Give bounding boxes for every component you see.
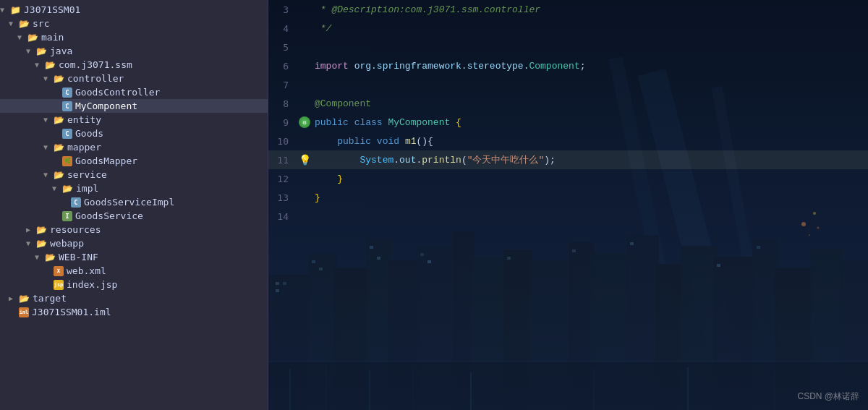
keyword-import: import: [315, 61, 349, 72]
sidebar-item-GoodsService[interactable]: IGoodsService: [0, 209, 268, 223]
code-lines-container: 3 * @Description:com.j3071.ssm.controlle…: [268, 0, 868, 410]
sidebar-item-root[interactable]: ▼ 📁J3071SSM01: [0, 3, 268, 17]
sidebar-item-src[interactable]: ▼ 📂src: [0, 17, 268, 30]
chevron-icon: ▼: [43, 116, 52, 124]
chevron-icon: ▼: [43, 74, 52, 82]
sidebar-item-resources[interactable]: ▶ 📂resources: [0, 223, 268, 236]
comment-text: * @Description:com.j3071.ssm.controller: [315, 4, 540, 15]
line-content: }: [312, 174, 343, 184]
string-literal: "今天中午吃什么": [467, 155, 545, 166]
chevron-icon: ▼: [43, 171, 52, 179]
folder-icon: 📂: [45, 60, 56, 70]
tree-item-label: java: [50, 46, 72, 56]
sidebar-item-java[interactable]: ▼ 📂java: [0, 44, 268, 58]
chevron-icon: ▶: [26, 226, 35, 234]
semicolon: ;: [580, 61, 586, 72]
tree-item-label: J3071SSM01: [24, 4, 80, 15]
line-number: 12: [268, 174, 297, 184]
sidebar-item-controller[interactable]: ▼ 📂controller: [0, 72, 268, 85]
chevron-icon: ▼: [26, 239, 35, 247]
folder-icon: 📂: [19, 19, 30, 29]
brace: }: [337, 174, 343, 184]
sidebar-item-GoodsServiceImpl[interactable]: CGoodsServiceImpl: [0, 195, 268, 209]
iml-icon: iml: [19, 307, 29, 317]
folder-icon: 📂: [19, 294, 30, 304]
folder-icon: 📂: [45, 252, 56, 262]
folder-icon: 📂: [36, 225, 47, 235]
line-content: import org.springframework.stereotype.Co…: [312, 61, 586, 72]
tree-item-label: GoodsMapper: [75, 155, 137, 166]
line-content: public void m1(){: [312, 136, 433, 147]
folder-icon: 📂: [36, 46, 47, 56]
annotation-text: @Component: [315, 98, 371, 109]
import-path: org.springframework.stereotype.: [354, 61, 529, 72]
chevron-icon: ▼: [35, 61, 43, 69]
csdn-watermark: CSDN @林诺辞: [797, 390, 859, 403]
sidebar-item-impl[interactable]: ▼ 📂impl: [0, 181, 268, 195]
interface-icon: I: [62, 211, 72, 221]
sidebar-item-J3071SSM01.iml[interactable]: imlJ3071SSM01.iml: [0, 305, 268, 319]
class-name: MyComponent: [388, 117, 450, 128]
sidebar-item-GoodsMapper[interactable]: 🌿GoodsMapper: [0, 154, 268, 168]
paren-close: );: [544, 155, 556, 166]
code-line-12: 12 }: [268, 169, 868, 188]
line-number: 13: [268, 192, 297, 203]
line-content: public class MyComponent {: [312, 117, 461, 128]
brace: }: [315, 192, 320, 203]
kw-void: void: [377, 136, 399, 147]
sidebar-item-index.jsp[interactable]: jspindex.jsp: [0, 278, 268, 291]
sidebar-item-service[interactable]: ▼ 📂service: [0, 168, 268, 181]
line-number: 9: [268, 117, 297, 128]
tree-item-label: service: [67, 169, 107, 180]
sidebar-item-mapper[interactable]: ▼ 📂mapper: [0, 140, 268, 154]
sidebar-item-MyComponent[interactable]: CMyComponent: [0, 99, 268, 113]
class-icon: C: [62, 87, 72, 98]
code-line-8: 8@Component: [268, 94, 868, 113]
class-name: Component: [529, 61, 579, 72]
line-number: 3: [268, 4, 297, 15]
kw-class: class: [354, 117, 383, 128]
kw-public: public: [315, 117, 349, 128]
folder-icon: 📂: [54, 74, 64, 84]
sidebar-item-main[interactable]: ▼ 📂main: [0, 30, 268, 44]
code-line-11: 11💡 System.out.println("今天中午吃什么");: [268, 150, 868, 169]
line-number: 11: [268, 155, 297, 166]
code-line-4: 4 */: [268, 19, 868, 38]
chevron-icon: ▼: [43, 143, 52, 151]
code-editor: 3 * @Description:com.j3071.ssm.controlle…: [268, 0, 868, 410]
sidebar-item-WEB-INF[interactable]: ▼ 📂WEB-INF: [0, 250, 268, 264]
tree-item-label: GoodsServiceImpl: [84, 197, 174, 208]
sidebar-item-GoodsController[interactable]: CGoodsController: [0, 85, 268, 99]
line-number: 4: [268, 23, 297, 34]
line-number: 10: [268, 136, 297, 147]
file-tree-sidebar[interactable]: ▼ 📁J3071SSM01▼ 📂src▼ 📂main▼ 📂java▼ 📂com.…: [0, 0, 268, 410]
tree-item-label: entity: [67, 114, 101, 125]
tree-item-label: Goods: [75, 128, 103, 139]
xml-icon: x: [54, 266, 64, 276]
chevron-icon: ▼: [35, 253, 43, 261]
bulb-icon: 💡: [299, 154, 311, 166]
line-number: 5: [268, 42, 297, 53]
paren-open: (: [461, 155, 467, 166]
tree-item-label: resources: [50, 224, 101, 235]
line-gutter: 💡: [297, 154, 312, 166]
code-line-10: 10 public void m1(){: [268, 132, 868, 150]
sidebar-item-com.j3071.ssm[interactable]: ▼ 📂com.j3071.ssm: [0, 58, 268, 72]
code-line-3: 3 * @Description:com.j3071.ssm.controlle…: [268, 0, 868, 19]
code-line-9: 9⚙public class MyComponent {: [268, 113, 868, 132]
sidebar-item-web.xml[interactable]: xweb.xml: [0, 264, 268, 278]
sidebar-item-Goods[interactable]: CGoods: [0, 127, 268, 140]
code-line-7: 7: [268, 75, 868, 94]
class-icon: C: [62, 101, 72, 111]
spring-icon: ⚙: [299, 116, 310, 128]
sidebar-item-entity[interactable]: ▼ 📂entity: [0, 113, 268, 127]
sidebar-item-webapp[interactable]: ▼ 📂webapp: [0, 236, 268, 250]
tree-item-label: mapper: [67, 142, 101, 153]
tree-item-label: MyComponent: [75, 101, 137, 111]
class-icon: C: [62, 129, 72, 139]
tree-item-label: webapp: [50, 238, 84, 249]
brace-open: {: [456, 117, 461, 128]
chevron-icon: ▼: [52, 184, 61, 192]
tree-item-label: web.xml: [67, 265, 106, 276]
sidebar-item-target[interactable]: ▶ 📂target: [0, 291, 268, 305]
